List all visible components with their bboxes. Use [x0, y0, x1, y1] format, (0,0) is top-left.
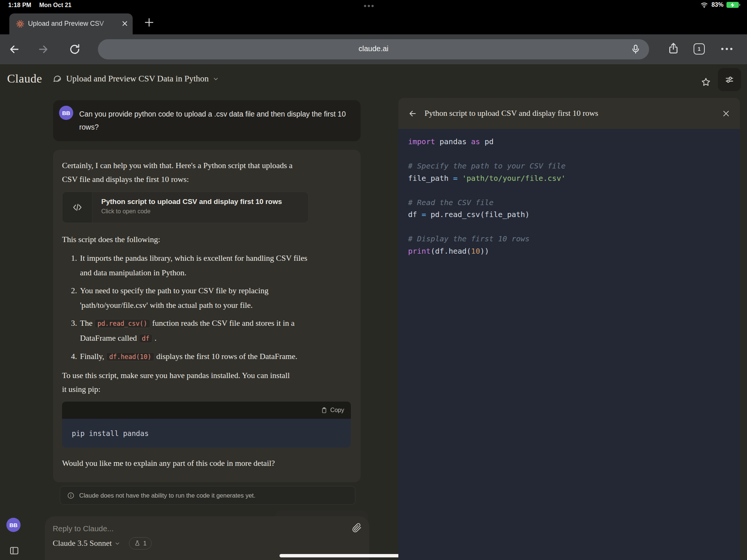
ellipsis-icon[interactable]: [721, 48, 732, 50]
inline-code-chip: df.head(10): [106, 352, 154, 361]
composer[interactable]: Reply to Claude... Claude 3.5 Sonnet: [45, 516, 369, 560]
artifact-card-subtitle: Click to open code: [101, 208, 282, 215]
user-message-text: Can you provide python code to upload a …: [79, 108, 349, 134]
tab-title: Upload and Preview CSV: [28, 20, 122, 28]
list-item-text: It imports the pandas library, which is …: [80, 251, 314, 280]
close-icon[interactable]: [722, 109, 730, 118]
clipboard-icon: [321, 407, 327, 414]
message-input[interactable]: Reply to Claude...: [53, 524, 114, 533]
close-icon[interactable]: [121, 20, 128, 27]
copy-button[interactable]: Copy: [330, 407, 344, 414]
code-block-body: pip install pandas: [62, 419, 351, 448]
list-item: 3.The pd.read_csv() function reads the C…: [62, 316, 351, 346]
paperclip-icon[interactable]: [352, 523, 362, 533]
browser-toolbar: claude.ai 1: [0, 34, 747, 64]
date: Mon Oct 21: [39, 2, 71, 9]
list-item-number: 4.: [69, 349, 77, 364]
user-avatar[interactable]: BB: [6, 518, 21, 532]
status-bar: 1:18 PM Mon Oct 21 83%: [0, 0, 747, 11]
artifact-code[interactable]: import pandas as pd # Specify the path t…: [398, 129, 740, 560]
list-item-text: The pd.read_csv() function reads the CSV…: [80, 316, 314, 346]
code-line: import pandas as pd: [408, 136, 730, 148]
chat-bubble-icon: [52, 74, 62, 84]
user-message: BB Can you provide python code to upload…: [53, 100, 361, 141]
code-line: [408, 148, 730, 160]
browser-tab[interactable]: Upload and Preview CSV: [9, 13, 133, 34]
list-item: 2.You need to specify the path to your C…: [62, 284, 351, 313]
assistant-list: 1.It imports the pandas library, which i…: [62, 251, 351, 364]
feature-preview-badge[interactable]: 1: [129, 537, 152, 550]
artifact-card[interactable]: Python script to upload CSV and display …: [62, 192, 309, 223]
info-icon: [67, 492, 75, 499]
back-arrow-icon[interactable]: [8, 43, 20, 55]
code-line: # Read the CSV file: [408, 197, 730, 209]
artifact-card-title: Python script to upload CSV and display …: [101, 198, 282, 206]
code-line: file_path = 'path/to/your/file.csv': [408, 172, 730, 185]
artifact-panel-title: Python script to upload CSV and display …: [425, 109, 598, 118]
list-item-text: Finally, df.head(10) displays the first …: [80, 349, 297, 364]
badge-count: 1: [143, 540, 146, 547]
inline-code-chip: pd.read_csv(): [95, 319, 150, 328]
list-item-number: 3.: [69, 316, 77, 346]
code-line: # Specify the path to your CSV file: [408, 160, 730, 172]
code-line: df = pd.read_csv(file_path): [408, 208, 730, 221]
url-text: claude.ai: [98, 44, 649, 53]
assistant-outro: To use this script, make sure you have p…: [62, 369, 296, 396]
model-selector[interactable]: Claude 3.5 Sonnet: [53, 539, 112, 548]
artifact-panel-header: Python script to upload CSV and display …: [398, 98, 740, 129]
code-line: print(df.head(10)): [408, 245, 730, 257]
flask-icon: [134, 540, 141, 547]
notice-banner: Claude does not have the ability to run …: [60, 486, 355, 505]
list-item: 4.Finally, df.head(10) displays the firs…: [62, 349, 351, 364]
chevron-down-icon: [115, 541, 120, 546]
conversation-title: Upload and Preview CSV Data in Python: [66, 74, 209, 84]
address-bar[interactable]: claude.ai: [98, 39, 649, 59]
wifi-icon: [700, 1, 709, 8]
sliders-icon[interactable]: [718, 68, 741, 91]
code-line: # Display the first 10 rows: [408, 233, 730, 245]
chevron-down-icon: [213, 76, 219, 82]
share-icon[interactable]: [667, 41, 679, 55]
app-header: Claude Upload and Preview CSV Data in Py…: [0, 64, 747, 97]
code-line: [408, 221, 730, 233]
assistant-list-intro: This script does the following:: [62, 233, 351, 247]
list-item-number: 2.: [69, 284, 77, 313]
artifact-panel: Python script to upload CSV and display …: [398, 98, 740, 560]
plus-icon[interactable]: [143, 17, 155, 28]
claude-wordmark[interactable]: Claude: [7, 72, 42, 86]
list-item-number: 1.: [69, 251, 77, 280]
chat-code-block: Copy pip install pandas: [62, 402, 351, 448]
list-item: 1.It imports the pandas library, which i…: [62, 251, 351, 280]
tab-strip: Upload and Preview CSV: [0, 11, 747, 34]
multitask-dots-icon[interactable]: [364, 5, 374, 7]
assistant-intro: Certainly, I can help you with that. Her…: [62, 159, 309, 186]
code-text: pip install pandas: [72, 429, 149, 437]
tab-switcher-count: 1: [698, 46, 701, 52]
star-icon[interactable]: [701, 77, 711, 87]
tab-switcher-icon[interactable]: 1: [694, 43, 705, 55]
back-arrow-icon[interactable]: [408, 109, 417, 118]
forward-arrow-icon[interactable]: [37, 43, 49, 55]
notice-text: Claude does not have the ability to run …: [79, 492, 255, 499]
inline-code-chip: df: [139, 334, 152, 343]
battery-icon: [726, 2, 739, 8]
reload-icon[interactable]: [69, 43, 81, 55]
chat-column: BB Can you provide python code to upload…: [53, 100, 361, 505]
battery-percent: 83%: [711, 1, 723, 8]
code-line: [408, 184, 730, 197]
sidebar-toggle-icon[interactable]: [9, 545, 20, 556]
assistant-message: Certainly, I can help you with that. Her…: [53, 150, 361, 482]
user-avatar: BB: [59, 106, 73, 120]
claude-starburst-icon: [16, 20, 24, 28]
mic-icon[interactable]: [630, 44, 641, 55]
clock: 1:18 PM: [8, 2, 31, 9]
screen: 1:18 PM Mon Oct 21 83%: [0, 0, 747, 560]
claude-page: Claude Upload and Preview CSV Data in Py…: [0, 64, 747, 560]
code-block-header: Copy: [62, 402, 351, 419]
conversation-title-menu[interactable]: Upload and Preview CSV Data in Python: [52, 74, 219, 84]
code-icon: [62, 192, 92, 223]
assistant-closing: Would you like me to explain any part of…: [62, 457, 351, 470]
list-item-text: You need to specify the path to your CSV…: [80, 284, 314, 313]
